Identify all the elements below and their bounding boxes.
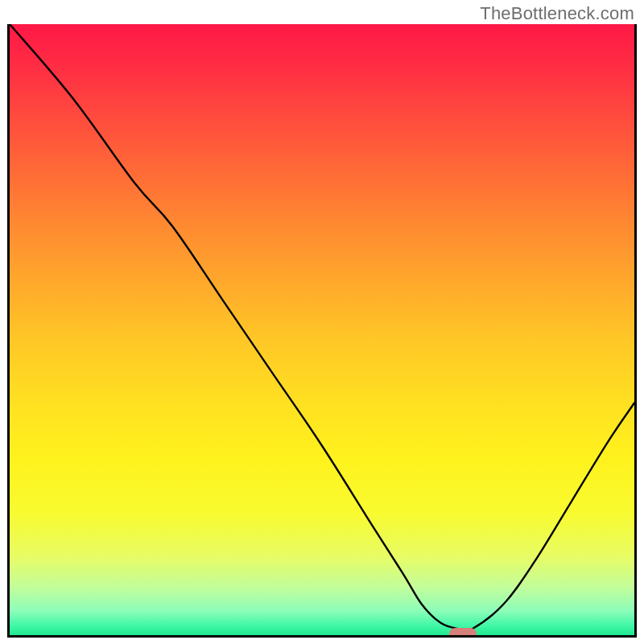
chart-marker <box>449 628 477 638</box>
chart-area <box>7 24 637 638</box>
chart-curve-svg <box>10 24 634 635</box>
chart-curve-path <box>10 24 634 631</box>
watermark-text: TheBottleneck.com <box>480 3 634 24</box>
